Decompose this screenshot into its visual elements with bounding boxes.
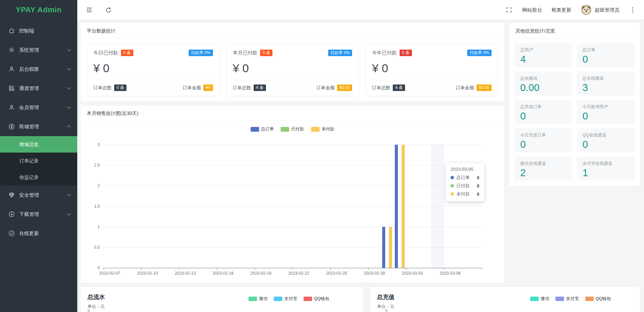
more-menu-icon[interactable]: [629, 6, 636, 14]
gear-icon: [8, 47, 15, 53]
home-icon: [8, 28, 15, 34]
sidebar-item-system[interactable]: 系统管理: [0, 40, 77, 60]
chevron-down-icon: [67, 105, 71, 108]
legend-swatch: [251, 127, 259, 132]
tile-label: 总在线通道: [582, 76, 629, 81]
legend-label: 微信: [259, 296, 268, 302]
chart-legend: 总订单 已付款 未付款: [81, 126, 504, 132]
sales-chart-panel: 本月销售统计图(近30天) 总订单 已付款 未付款00.511.522.5320…: [81, 106, 504, 283]
legend-item[interactable]: QQ钱包: [585, 296, 611, 302]
legend-item[interactable]: 未付款: [311, 126, 335, 132]
count-badge: 0 条: [400, 50, 412, 56]
sidebar-subitem[interactable]: 商城总览: [0, 136, 77, 153]
y-axis-tick-label: 2: [81, 183, 100, 188]
tile-label: 总充值订单: [520, 104, 567, 110]
sidebar-item-member[interactable]: 会员管理: [0, 98, 77, 117]
tooltip-label: 已付款: [456, 183, 470, 189]
other-stats-tiles: 总用户 4总订单 0总余额池 0.00总在线通道 3总充值订单 0今日新增用户 …: [509, 38, 640, 186]
legend-label: 支付宝: [566, 296, 579, 302]
chart-hover-band: [431, 145, 444, 268]
sidebar-subitem[interactable]: 订单记录: [0, 153, 77, 169]
sidebar-item-mall[interactable]: 商城管理: [0, 117, 77, 136]
sidebar-item-label: 安全管理: [19, 192, 39, 198]
count-badge: 0 条: [121, 50, 133, 56]
chevron-down-icon: [67, 47, 71, 51]
sidebar-item-channel[interactable]: 通道管理: [0, 79, 77, 98]
orders-amount-badge: ¥2.02: [337, 84, 352, 91]
y-axis-tick-label: 2.5: [81, 163, 100, 168]
user-menu[interactable]: 超级管理员: [581, 5, 620, 15]
chart-bar[interactable]: [389, 227, 392, 268]
bottom-panel-unit: 单位：元: [377, 304, 633, 310]
tile-value: 0: [520, 111, 567, 121]
y-axis-tick-label: 3: [81, 142, 100, 147]
check-circle-icon: [8, 230, 15, 237]
x-axis-tick: [368, 268, 368, 270]
x-axis-tick: [482, 268, 482, 270]
x-axis-tick-label: 2023-03-06: [434, 271, 466, 276]
card-label: 今年已付款: [372, 50, 397, 56]
tile-value: 0: [520, 139, 567, 150]
gridline: [103, 206, 482, 207]
pay-rate-badge: 付款率 0%: [467, 50, 492, 56]
legend-item[interactable]: 支付宝: [555, 296, 579, 302]
legend-item[interactable]: 支付宝: [274, 296, 297, 302]
stat-tile: 总用户 4: [515, 43, 572, 67]
sidebar-item-label: 商城管理: [19, 124, 39, 130]
chart-bar[interactable]: [395, 145, 398, 268]
y-axis-tick-label: 1: [81, 224, 100, 229]
x-axis-tick-label: 2023-02-28: [359, 271, 390, 276]
legend-item[interactable]: 微信: [530, 296, 549, 302]
tile-label: 总用户: [520, 47, 567, 53]
refresh-icon[interactable]: [105, 6, 112, 14]
sidebar-item-label: 在线更新: [19, 230, 39, 237]
legend-item[interactable]: 总订单: [251, 126, 274, 132]
sidebar-item-download[interactable]: 下载管理: [0, 205, 77, 224]
sidebar-toggle-icon[interactable]: [85, 6, 93, 14]
chevron-down-icon: [67, 211, 71, 215]
legend-label: QQ钱包: [596, 296, 611, 302]
sidebar-item-backend-auth[interactable]: 后台权限: [0, 60, 77, 79]
stat-card: 本月已付款 0 条 付款率 0% ¥ 0 订单总数 4 条 订单金额 ¥2.02: [226, 44, 359, 96]
content: 平台数据统计 今日已付款 0 条 付款率 0% ¥ 0 订单总数 0 条 订单金…: [77, 20, 644, 312]
stat-cards: 今日已付款 0 条 付款率 0% ¥ 0 订单总数 0 条 订单金额 ¥0 本月…: [81, 38, 504, 102]
user-icon: [8, 104, 15, 111]
tile-label: 总余额池: [520, 76, 567, 81]
x-axis-tick: [330, 268, 331, 270]
stat-tile: 总充值订单 0: [515, 100, 572, 124]
sidebar-subitem[interactable]: 收益记录: [0, 169, 77, 185]
grid-icon: [8, 85, 15, 92]
site-front-link[interactable]: 网站前台: [522, 7, 542, 13]
x-axis-tick-label: 2023-02-16: [207, 271, 239, 276]
tooltip-value: 0: [477, 175, 479, 180]
legend-item[interactable]: 已付款: [281, 126, 304, 132]
chart-bar[interactable]: [382, 227, 385, 268]
divider: [93, 80, 213, 80]
fullscreen-icon[interactable]: [505, 6, 513, 14]
stat-tile: 微信在线通道 2: [515, 157, 572, 181]
sidebar-item-security[interactable]: 安全管理: [0, 185, 77, 205]
sidebar-item-online-update[interactable]: 在线更新: [0, 224, 77, 243]
card-label: 今日已付款: [93, 50, 118, 56]
chart-bar[interactable]: [402, 145, 405, 268]
download-circle-icon: [8, 211, 15, 218]
legend-swatch: [274, 297, 282, 301]
legend-swatch: [281, 127, 289, 132]
tooltip-dot: [451, 176, 454, 179]
stat-card: 今年已付款 0 条 付款率 0% ¥ 0 订单总数 4 条 订单金额 ¥2.02: [365, 44, 498, 96]
sidebar-item-label: 系统管理: [19, 47, 39, 53]
tooltip-value: 0: [477, 192, 479, 197]
platform-stats-title: 平台数据统计: [81, 23, 504, 38]
tooltip-dot: [451, 192, 454, 196]
sidebar-item-console[interactable]: 控制端: [0, 21, 77, 40]
check-update-link[interactable]: 检查更新: [552, 7, 572, 13]
orders-amount-badge: ¥2.02: [477, 84, 492, 91]
legend-swatch: [585, 297, 594, 301]
orders-total-label: 订单总数: [233, 85, 251, 91]
x-axis-tick-label: 2023-02-19: [245, 271, 277, 276]
bottom-row: 总流水 单位：元 微信 支付宝 QQ钱包 5总充值 单位：元: [81, 287, 640, 312]
legend-swatch: [311, 127, 320, 132]
stat-card: 今日已付款 0 条 付款率 0% ¥ 0 订单总数 0 条 订单金额 ¥0: [87, 44, 219, 96]
legend-item[interactable]: 微信: [249, 296, 268, 302]
legend-item[interactable]: QQ钱包: [304, 296, 329, 302]
